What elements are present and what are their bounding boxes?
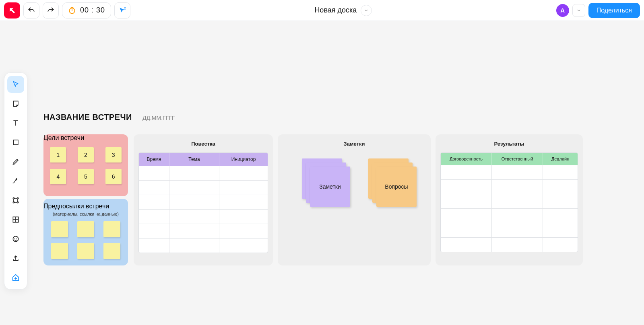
results-table-header: Договоренность Ответственный Дедлайн [441,153,578,165]
goal-sticky[interactable]: 4 [50,169,66,184]
square-icon [12,138,20,146]
cursor-presence-icon [118,6,126,14]
results-row[interactable] [441,223,578,237]
note-sticky-label: Заметки [319,183,341,190]
tool-text[interactable] [7,115,24,132]
panel-results[interactable]: Результаты Договоренность Ответственный … [436,134,583,265]
topbar-center: Новая доска [130,5,556,16]
nodes-icon [12,196,20,204]
tool-pen[interactable] [7,153,24,170]
tool-connector[interactable] [7,173,24,189]
goals-grid: 1 2 3 4 5 6 [43,142,128,184]
results-row[interactable] [441,179,578,194]
prereq-sticky[interactable] [77,221,94,237]
topbar: 00 : 30 Новая доска A Поделиться [0,0,644,21]
pencil-icon [12,158,20,166]
panel-agenda[interactable]: Повестка Время Тема Инициатор [134,134,273,265]
meeting-date[interactable]: ДД.ММ.ГГГГ [142,115,175,121]
home-plus-icon [11,273,20,282]
panel-prereq-subtitle: (материалы, ссылки на данные) [43,212,128,216]
agenda-row[interactable] [139,238,268,253]
app-logo[interactable] [4,2,20,19]
results-col-owner: Ответственный [492,153,543,165]
presence-button[interactable] [114,2,130,19]
prereq-sticky[interactable] [51,243,68,259]
agenda-col-initiator: Инициатор [219,153,268,166]
question-sticky-label: Вопросы [385,183,408,190]
sticky-note-icon [12,100,20,108]
tool-integrations[interactable] [7,192,24,209]
panel-notes-title: Заметки [278,134,431,147]
panel-notes[interactable]: Заметки Заметки Вопросы [278,134,431,265]
svg-point-3 [17,197,18,199]
board-title-menu[interactable] [361,5,372,16]
results-col-agreement: Договоренность [441,153,492,165]
prereq-sticky[interactable] [103,243,120,259]
svg-point-2 [13,197,14,199]
grid-icon [12,216,20,224]
agenda-table[interactable]: Время Тема Инициатор [138,152,268,253]
tool-frame[interactable] [7,211,24,228]
prereq-sticky[interactable] [51,221,68,237]
agenda-row[interactable] [139,180,268,195]
redo-button[interactable] [43,2,59,19]
results-row[interactable] [441,237,578,252]
avatar[interactable]: A [556,4,569,17]
avatar-initial: A [560,7,565,14]
goal-sticky[interactable]: 3 [105,147,122,162]
topbar-left: 00 : 30 [4,2,130,19]
chevron-down-icon [364,8,369,13]
user-menu[interactable] [572,4,585,17]
agenda-row[interactable] [139,209,268,224]
chevron-down-icon [576,8,581,13]
panel-goals[interactable]: Цели встречи 1 2 3 4 5 6 [43,134,128,196]
redo-icon [47,6,55,14]
svg-point-5 [17,202,18,203]
note-sticky[interactable]: Заметки [310,167,350,207]
arrow-curve-icon [12,177,20,185]
question-sticky[interactable]: Вопросы [376,167,417,207]
tool-toolbar [4,72,27,290]
results-row[interactable] [441,165,578,179]
agenda-col-topic: Тема [169,153,219,166]
svg-point-9 [17,238,17,239]
results-col-deadline: Дедлайн [543,153,578,165]
panel-prereq-title: Предпосылки встречи [43,199,128,210]
timer-button[interactable]: 00 : 30 [62,2,111,19]
goal-sticky[interactable]: 2 [78,147,94,162]
text-icon [12,119,20,127]
tool-shape[interactable] [7,134,24,151]
topbar-right: A Поделиться [556,3,640,18]
logo-icon [8,6,17,15]
svg-point-7 [13,236,18,241]
board-title[interactable]: Новая доска [314,6,357,14]
share-button[interactable]: Поделиться [588,3,640,18]
agenda-row[interactable] [139,166,268,180]
agenda-row[interactable] [139,224,268,238]
tool-select[interactable] [7,76,24,93]
prereq-sticky[interactable] [77,243,94,259]
goal-sticky[interactable]: 1 [50,147,66,162]
results-table[interactable]: Договоренность Ответственный Дедлайн [440,152,578,252]
panel-agenda-title: Повестка [134,134,273,147]
results-row[interactable] [441,194,578,208]
tool-stamp[interactable] [7,230,24,247]
goal-sticky[interactable]: 6 [105,169,122,184]
agenda-row[interactable] [139,195,268,209]
meeting-title[interactable]: НАЗВАНИЕ ВСТРЕЧИ [43,113,132,122]
face-icon [12,235,20,243]
agenda-table-header: Время Тема Инициатор [139,153,268,166]
stopwatch-icon [68,6,76,14]
results-row[interactable] [441,208,578,223]
tool-add[interactable] [7,269,24,286]
timer-value: 00 : 30 [80,6,105,14]
prereq-sticky[interactable] [103,221,120,237]
panel-prereq[interactable]: Предпосылки встречи (материалы, ссылки н… [43,199,128,265]
tool-sticky[interactable] [7,95,24,112]
canvas[interactable]: НАЗВАНИЕ ВСТРЕЧИ ДД.ММ.ГГГГ Цели встречи… [0,21,644,325]
panel-goals-title: Цели встречи [43,134,128,142]
tool-upload[interactable] [7,250,24,267]
goal-sticky[interactable]: 5 [78,169,94,184]
undo-button[interactable] [23,2,39,19]
cursor-icon [12,80,20,88]
